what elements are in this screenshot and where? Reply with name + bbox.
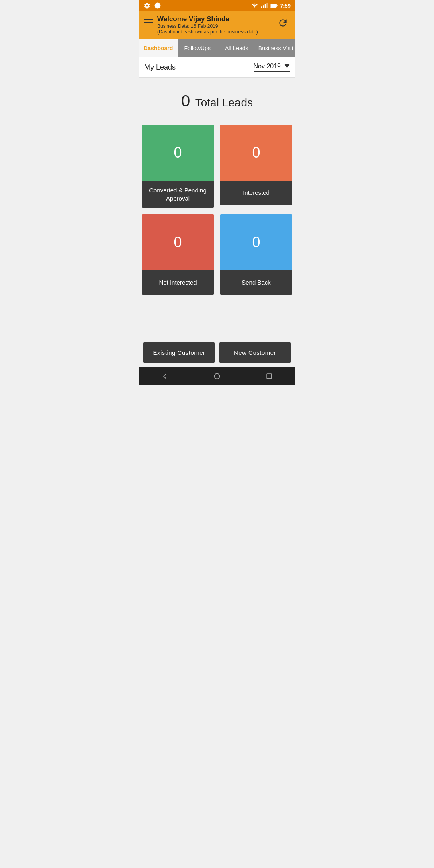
hamburger-menu-icon[interactable]	[144, 17, 153, 27]
leads-title: My Leads	[144, 63, 176, 72]
nav-back-button[interactable]	[161, 372, 169, 380]
card-interested-count: 0	[252, 144, 260, 161]
android-nav-bar	[139, 367, 295, 385]
card-send-back-bottom: Send Back	[220, 270, 292, 295]
svg-point-9	[214, 373, 219, 379]
card-not-interested-top: 0	[142, 214, 214, 270]
card-converted-top: 0	[142, 125, 214, 181]
new-customer-button[interactable]: New Customer	[219, 342, 291, 363]
card-interested-label: Interested	[243, 189, 270, 197]
nav-home-button[interactable]	[213, 372, 221, 380]
card-interested-bottom: Interested	[220, 181, 292, 205]
header-left: Welcome Vijay Shinde Business Date: 16 F…	[144, 15, 258, 35]
signal-icon	[261, 3, 268, 8]
card-not-interested-bottom: Not Interested	[142, 270, 214, 295]
svg-rect-4	[266, 3, 268, 8]
nav-tabs: Dashboard FollowUps All Leads Business V…	[139, 39, 295, 57]
svg-rect-7	[271, 4, 276, 7]
back-icon	[161, 372, 169, 380]
dashboard-note: (Dashboard is shown as per the business …	[157, 29, 258, 35]
tab-followups[interactable]: FollowUps	[178, 39, 217, 57]
app-header: Welcome Vijay Shinde Business Date: 16 F…	[139, 11, 295, 39]
total-leads-count: 0	[181, 92, 190, 110]
status-bar: 7:59	[139, 0, 295, 11]
nav-recent-button[interactable]	[265, 372, 273, 380]
card-converted-count: 0	[174, 144, 182, 161]
bottom-buttons: Existing Customer New Customer	[139, 338, 295, 367]
svg-rect-6	[277, 5, 278, 6]
circle-icon	[154, 2, 161, 9]
card-interested[interactable]: 0 Interested	[220, 125, 292, 208]
tab-all-leads[interactable]: All Leads	[217, 39, 256, 57]
leads-header: My Leads Nov 2019	[139, 57, 295, 78]
card-not-interested[interactable]: 0 Not Interested	[142, 214, 214, 295]
month-select-label: Nov 2019	[254, 63, 281, 70]
tab-dashboard[interactable]: Dashboard	[139, 39, 178, 57]
refresh-icon	[278, 18, 288, 28]
svg-rect-2	[263, 5, 264, 8]
header-text: Welcome Vijay Shinde Business Date: 16 F…	[157, 15, 258, 35]
chevron-down-icon	[284, 64, 290, 68]
battery-icon	[270, 3, 278, 8]
svg-rect-10	[267, 374, 272, 379]
card-send-back[interactable]: 0 Send Back	[220, 214, 292, 295]
welcome-title: Welcome Vijay Shinde	[157, 15, 258, 23]
spacer	[139, 306, 295, 338]
business-date: Business Date: 16 Feb 2019	[157, 23, 258, 29]
existing-customer-button[interactable]: Existing Customer	[143, 342, 215, 363]
svg-point-0	[155, 3, 161, 9]
card-converted-bottom: Converted & Pending Approval	[142, 181, 214, 208]
svg-rect-1	[261, 6, 262, 8]
total-leads-section: 0 Total Leads	[139, 78, 295, 121]
refresh-button[interactable]	[276, 16, 290, 31]
cards-grid: 0 Converted & Pending Approval 0 Interes…	[139, 121, 295, 306]
card-converted[interactable]: 0 Converted & Pending Approval	[142, 125, 214, 208]
status-bar-left	[143, 2, 161, 9]
card-send-back-count: 0	[252, 234, 260, 251]
card-not-interested-label: Not Interested	[159, 278, 197, 287]
total-leads-label: Total Leads	[195, 96, 253, 109]
wifi-icon	[251, 3, 258, 8]
month-selector[interactable]: Nov 2019	[254, 63, 290, 72]
svg-marker-8	[163, 374, 166, 379]
card-send-back-top: 0	[220, 214, 292, 270]
svg-rect-3	[265, 4, 266, 8]
gear-icon	[143, 2, 151, 9]
home-icon	[213, 372, 221, 380]
recent-icon	[265, 372, 273, 380]
card-send-back-label: Send Back	[242, 278, 271, 287]
tab-business-visit[interactable]: Business Visit	[256, 39, 296, 57]
card-converted-label: Converted & Pending Approval	[145, 186, 211, 202]
status-bar-right: 7:59	[251, 3, 291, 9]
status-time: 7:59	[280, 3, 291, 9]
card-not-interested-count: 0	[174, 234, 182, 251]
card-interested-top: 0	[220, 125, 292, 181]
